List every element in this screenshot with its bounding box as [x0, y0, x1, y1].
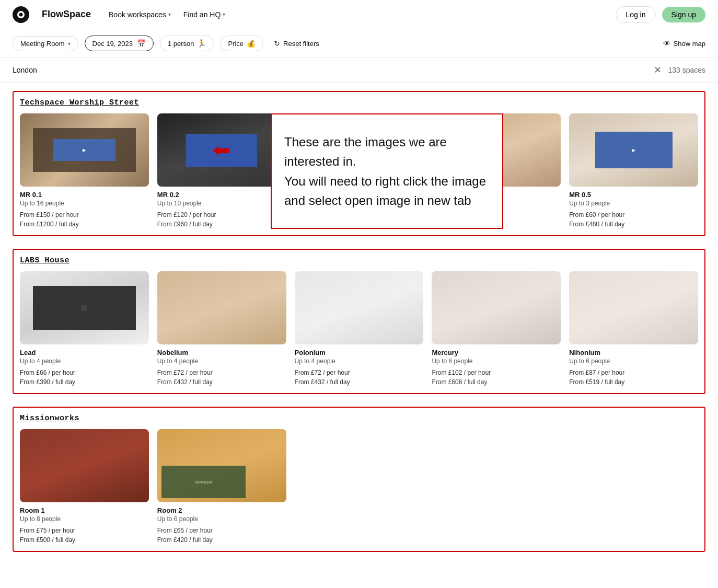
- room-image-mr05: ▶: [569, 113, 698, 187]
- room-capacity-mr02: Up to 10 people: [157, 200, 286, 207]
- room-price-mr02: From £120 / per hourFrom £960 / full day: [157, 210, 286, 229]
- room-image-polonium: [295, 271, 424, 344]
- room-name-mr02: MR 0.2: [157, 191, 286, 199]
- nav-book-label: Book workspaces: [109, 10, 166, 19]
- room-card-nihonium[interactable]: Nihonium Up to 6 people From £87 / per h…: [569, 271, 698, 387]
- room-name-lead: Lead: [20, 349, 149, 356]
- venue-name-techspace[interactable]: Techspace Worship Street: [20, 98, 698, 107]
- room-card-mercury[interactable]: Mercury Up to 6 people From £102 / per h…: [432, 271, 561, 387]
- room-name-polonium: Polonium: [295, 349, 424, 356]
- header-actions: Log in Sign up: [616, 6, 705, 23]
- price-filter[interactable]: Price 💰: [220, 36, 263, 51]
- venue-section-missionworks: Missionworks Room 1 Up to 8 people From …: [13, 407, 705, 552]
- logo-icon: [13, 6, 29, 23]
- signup-button[interactable]: Sign up: [662, 7, 705, 22]
- date-label: Dec 19, 2023: [92, 40, 133, 48]
- venue-rooms-missionworks: Room 1 Up to 8 people From £75 / per hou…: [20, 429, 698, 545]
- room-price-nihonium: From £87 / per hourFrom £519 / full day: [569, 368, 698, 387]
- room-image-lead: ⬛: [20, 271, 149, 344]
- venue-name-missionworks[interactable]: Missionworks: [20, 414, 698, 423]
- room-capacity-mw2: Up to 6 people: [157, 515, 286, 523]
- room-image-mr01: ▶: [20, 113, 149, 187]
- reset-label: Reset filters: [283, 40, 319, 48]
- show-map-label: Show map: [674, 40, 705, 48]
- room-name-nobelium: Nobelium: [157, 349, 286, 356]
- clear-search-button[interactable]: ✕: [654, 64, 662, 76]
- chevron-down-icon: ▾: [168, 11, 171, 17]
- room-image-nobelium: [157, 271, 286, 344]
- room-price-mw1: From £75 / per hourFrom £500 / full day: [20, 526, 149, 545]
- room-card-mw1[interactable]: Room 1 Up to 8 people From £75 / per hou…: [20, 429, 149, 545]
- people-filter[interactable]: 1 person 🏃: [160, 36, 214, 51]
- room-price-mr05: From £60 / per hourFrom £480 / full day: [569, 210, 698, 229]
- room-capacity-polonium: Up to 4 people: [295, 358, 424, 365]
- overlay-message-panel: These are the images we are interested i…: [271, 113, 503, 229]
- room-capacity-mw1: Up to 8 people: [20, 515, 149, 523]
- room-card-mr02[interactable]: ▶ ⬅ MR 0.2 Up to 10 people From £120 / p…: [157, 113, 286, 229]
- room-price-mr01: From £150 / per hourFrom £1200 / full da…: [20, 210, 149, 229]
- room-price-polonium: From £72 / per hourFrom £432 / full day: [295, 368, 424, 387]
- filters-bar: Meeting Room ▾ Dec 19, 2023 📅 1 person 🏃…: [0, 29, 718, 58]
- nav-book-workspaces[interactable]: Book workspaces ▾: [103, 7, 176, 22]
- room-card-lead[interactable]: ⬛ Lead Up to 4 people From £66 / per hou…: [20, 271, 149, 387]
- room-capacity-lead: Up to 4 people: [20, 358, 149, 365]
- nav-find-hq[interactable]: Find an HQ ▾: [178, 7, 231, 22]
- room-image-mw2: SCREEN: [157, 429, 286, 502]
- search-bar: London ✕ 133 spaces: [0, 58, 718, 83]
- room-price-mercury: From £102 / per hourFrom £606 / full day: [432, 368, 561, 387]
- money-icon: 💰: [247, 39, 256, 48]
- venue-section-techspace: Techspace Worship Street ▶: [13, 91, 705, 236]
- header: FlowSpace Book workspaces ▾ Find an HQ ▾…: [0, 0, 718, 29]
- room-name-mr01: MR 0.1: [20, 191, 149, 199]
- reset-filters-button[interactable]: ↻ Reset filters: [274, 39, 319, 48]
- spaces-count: 133 spaces: [668, 66, 705, 74]
- people-icon: 🏃: [197, 39, 206, 48]
- workspace-type-label: Meeting Room: [20, 40, 65, 48]
- rooms-container-techspace: ▶ MR 0.1 Up to 16 people From £150 / per…: [20, 113, 698, 229]
- room-name-mercury: Mercury: [432, 349, 561, 356]
- chevron-down-icon: ▾: [68, 41, 71, 47]
- room-image-mr02: ▶ ⬅: [157, 113, 286, 187]
- people-label: 1 person: [168, 40, 194, 48]
- room-name-mw1: Room 1: [20, 506, 149, 514]
- logo-text: FlowSpace: [42, 9, 91, 20]
- room-image-mw1: [20, 429, 149, 502]
- room-name-mw2: Room 2: [157, 506, 286, 514]
- room-name-mr05: MR 0.5: [569, 191, 698, 199]
- room-price-lead: From £66 / per hourFrom £390 / full day: [20, 368, 149, 387]
- login-button[interactable]: Log in: [616, 6, 655, 23]
- room-name-nihonium: Nihonium: [569, 349, 698, 356]
- room-capacity-mr05: Up to 3 people: [569, 200, 698, 207]
- venue-section-labs: LABS House ⬛ Lead Up to 4 people From £6…: [13, 249, 705, 394]
- room-price-mw2: From £65 / per hourFrom £420 / full day: [157, 526, 286, 545]
- refresh-icon: ↻: [274, 39, 280, 48]
- search-location: London: [13, 66, 647, 74]
- room-card-mr05[interactable]: ▶ MR 0.5 Up to 3 people From £60 / per h…: [569, 113, 698, 229]
- venue-name-labs[interactable]: LABS House: [20, 256, 698, 265]
- date-filter[interactable]: Dec 19, 2023 📅: [85, 36, 154, 51]
- room-capacity-nihonium: Up to 6 people: [569, 358, 698, 365]
- venue-rooms-labs: ⬛ Lead Up to 4 people From £66 / per hou…: [20, 271, 698, 387]
- show-map-button[interactable]: 👁 Show map: [663, 39, 705, 48]
- room-capacity-mr01: Up to 16 people: [20, 200, 149, 207]
- chevron-down-icon: ▾: [223, 11, 225, 17]
- room-price-nobelium: From £72 / per hourFrom £432 / full day: [157, 368, 286, 387]
- room-image-mercury: [432, 271, 561, 344]
- price-label: Price: [228, 40, 244, 48]
- main-nav: Book workspaces ▾ Find an HQ ▾: [103, 7, 230, 22]
- room-capacity-nobelium: Up to 4 people: [157, 358, 286, 365]
- calendar-icon: 📅: [137, 39, 146, 48]
- room-card-polonium[interactable]: Polonium Up to 4 people From £72 / per h…: [295, 271, 424, 387]
- room-card-mw2[interactable]: SCREEN Room 2 Up to 6 people From £65 / …: [157, 429, 286, 545]
- arrow-icon: ⬅: [213, 138, 230, 162]
- workspace-type-filter[interactable]: Meeting Room ▾: [13, 36, 78, 51]
- room-card-mr01[interactable]: ▶ MR 0.1 Up to 16 people From £150 / per…: [20, 113, 149, 229]
- main-content: Techspace Worship Street ▶: [0, 83, 718, 573]
- room-card-nobelium[interactable]: Nobelium Up to 4 people From £72 / per h…: [157, 271, 286, 387]
- overlay-message-text: These are the images we are interested i…: [284, 132, 490, 210]
- eye-icon: 👁: [663, 39, 670, 48]
- nav-hq-label: Find an HQ: [183, 10, 221, 19]
- room-capacity-mercury: Up to 6 people: [432, 358, 561, 365]
- room-image-nihonium: [569, 271, 698, 344]
